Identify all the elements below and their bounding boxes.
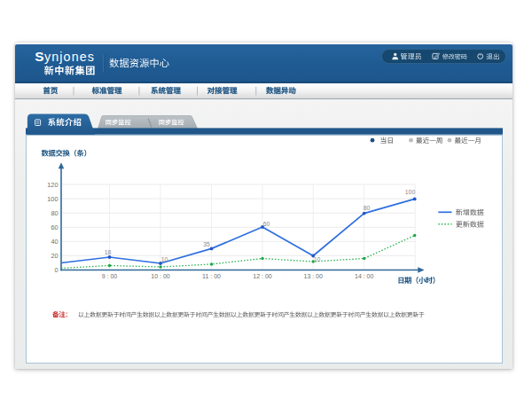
svg-text:40: 40 bbox=[51, 238, 58, 246]
svg-text:60: 60 bbox=[263, 221, 270, 227]
svg-text:10 : 00: 10 : 00 bbox=[151, 273, 170, 279]
svg-text:120: 120 bbox=[47, 181, 58, 189]
svg-text:13 : 00: 13 : 00 bbox=[303, 273, 323, 279]
svg-text:0: 0 bbox=[54, 266, 58, 274]
svg-text:12 : 00: 12 : 00 bbox=[253, 273, 272, 279]
svg-text:10: 10 bbox=[314, 256, 321, 262]
svg-text:9 : 00: 9 : 00 bbox=[102, 273, 118, 279]
svg-text:10: 10 bbox=[161, 256, 168, 262]
svg-text:11 : 00: 11 : 00 bbox=[202, 273, 221, 279]
svg-text:80: 80 bbox=[364, 205, 371, 211]
svg-text:35: 35 bbox=[203, 241, 210, 247]
svg-text:ynjones: ynjones bbox=[44, 50, 95, 64]
svg-text:100: 100 bbox=[405, 189, 416, 195]
svg-text:18: 18 bbox=[105, 249, 112, 255]
svg-text:20: 20 bbox=[51, 252, 58, 260]
svg-text:100: 100 bbox=[47, 195, 58, 203]
svg-text:S: S bbox=[35, 49, 43, 64]
svg-text:60: 60 bbox=[51, 223, 58, 231]
svg-text:80: 80 bbox=[51, 209, 58, 217]
svg-text:14 : 00: 14 : 00 bbox=[355, 273, 374, 279]
